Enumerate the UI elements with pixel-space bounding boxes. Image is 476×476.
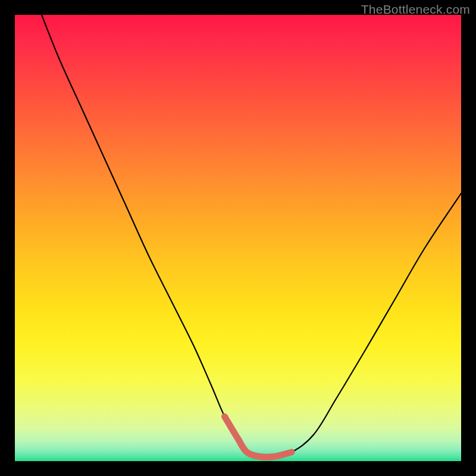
watermark-text: TheBottleneck.com	[361, 2, 470, 17]
chart-frame: TheBottleneck.com	[0, 0, 476, 476]
plot-area	[15, 15, 461, 461]
bottleneck-curve	[15, 15, 461, 461]
